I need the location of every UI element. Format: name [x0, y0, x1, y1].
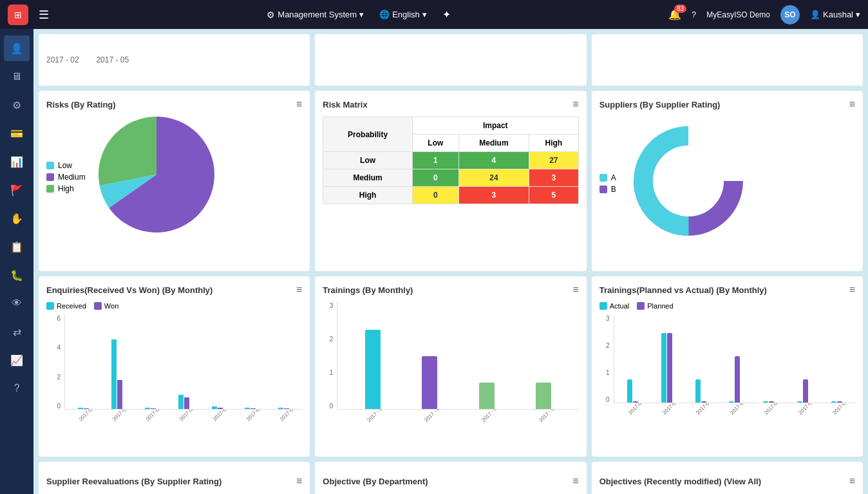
- cell-low-medium: 4: [458, 152, 529, 169]
- cell-low-high: 27: [529, 152, 579, 169]
- bar-received-5: [212, 406, 217, 409]
- demo-label: MyEasyISO Demo: [706, 10, 770, 19]
- trainings-bars: [337, 302, 578, 410]
- bar-group-t2: [408, 356, 452, 409]
- risk-matrix-menu[interactable]: ≡: [572, 99, 578, 110]
- tp-planned-5: [769, 401, 774, 403]
- sidebar-item-trend[interactable]: 📈: [4, 347, 30, 373]
- b-dot: [599, 185, 607, 193]
- tp-planned-3: [701, 401, 706, 403]
- sidebar-item-flag[interactable]: 🚩: [4, 177, 30, 203]
- cell-high-low: 0: [412, 187, 458, 204]
- sidebar-item-help[interactable]: ?: [4, 375, 30, 401]
- tp-actual-7: [831, 401, 836, 403]
- tp-actual-1: [627, 379, 632, 403]
- row-low: Low: [323, 152, 413, 169]
- tp-actual-6: [797, 401, 802, 403]
- user-menu[interactable]: 👤 Kaushal ▾: [810, 10, 860, 19]
- sidebar-item-hand[interactable]: ✋: [4, 205, 30, 231]
- a-dot: [599, 174, 607, 182]
- tp-actual-4: [729, 401, 734, 403]
- trainings-planned-menu[interactable]: ≡: [849, 284, 855, 296]
- trainings-y-labels: 0123: [323, 302, 334, 410]
- bar-group-t1: [350, 330, 395, 409]
- user-avatar[interactable]: SO: [780, 5, 800, 24]
- legend-planned: Planned: [637, 302, 673, 310]
- enquiries-x-labels: 2017-01 2017-02 2017-03 2017-04 2017-05 …: [64, 410, 302, 428]
- bar-received-6: [245, 408, 250, 409]
- suppliers-card-menu[interactable]: ≡: [849, 99, 855, 110]
- help-button[interactable]: ?: [692, 10, 696, 19]
- sidebar-item-user[interactable]: 👤: [4, 35, 30, 61]
- table-row: Medium 0 24 3: [323, 169, 578, 187]
- risks-card-body: Low Medium High: [46, 117, 302, 233]
- bar-won-1: [84, 408, 89, 409]
- table-row: High 0 3 5: [323, 187, 578, 204]
- enquiries-bars: [64, 315, 302, 410]
- connections-icon[interactable]: ✦: [442, 8, 451, 21]
- medium-dot: [46, 173, 54, 181]
- sidebar-item-arrows[interactable]: ⇄: [4, 319, 30, 345]
- bar-group-3: [135, 408, 166, 409]
- legend-item-a: A: [599, 173, 616, 182]
- management-system-menu[interactable]: ⚙ Management System ▾: [267, 10, 364, 20]
- sidebar-item-chart[interactable]: 📊: [4, 149, 30, 175]
- enquiries-menu[interactable]: ≡: [296, 284, 302, 296]
- svg-point-2: [653, 146, 724, 216]
- medium-label: Medium: [58, 173, 86, 182]
- tp-bars: [614, 315, 855, 403]
- menu-toggle[interactable]: ☰: [39, 8, 49, 22]
- legend-item-high: High: [46, 184, 86, 193]
- bottom-card-2-menu[interactable]: ≡: [572, 475, 578, 487]
- impact-header: Impact: [412, 117, 578, 135]
- tp-group-4: [719, 356, 751, 403]
- cell-low-low: 1: [412, 152, 458, 169]
- tp-y-labels: 0123: [599, 315, 611, 403]
- sidebar-item-bug[interactable]: 🐛: [4, 262, 30, 288]
- low-dot: [46, 162, 54, 169]
- bottom-card-3-menu[interactable]: ≡: [849, 475, 855, 487]
- low-label: Low: [58, 161, 72, 170]
- cell-medium-medium: 24: [458, 169, 529, 187]
- col-high: High: [529, 135, 579, 152]
- bar-won-4: [184, 397, 189, 409]
- suppliers-body: A B: [599, 117, 855, 245]
- risks-pie-chart: [99, 117, 214, 233]
- bar-group-5: [202, 406, 233, 409]
- suppliers-card-title: Suppliers (By Supplier Rating): [599, 100, 721, 109]
- bar-received-3: [145, 408, 150, 409]
- high-dot: [46, 185, 54, 193]
- trainings-planned-title: Trainings(Planned vs Actual) (By Monthly…: [599, 285, 767, 295]
- sidebar-item-eye[interactable]: 👁: [4, 290, 30, 316]
- bottom-card-1-menu[interactable]: ≡: [296, 475, 302, 487]
- sidebar-item-card[interactable]: 💳: [4, 120, 30, 146]
- tp-x-labels: 2017-01 2017-02 2017-03 2017-04 2017-05 …: [614, 403, 855, 421]
- dashboard-grid-row2: Enquiries(Received Vs Won) (By Monthly) …: [39, 276, 863, 457]
- won-label: Won: [104, 302, 118, 310]
- enquiries-title: Enquiries(Received Vs Won) (By Monthly): [46, 285, 212, 295]
- enquiries-card: Enquiries(Received Vs Won) (By Monthly) …: [39, 276, 310, 457]
- logo[interactable]: ⊞: [8, 5, 28, 25]
- language-menu[interactable]: 🌐 English ▾: [379, 10, 427, 19]
- notifications[interactable]: 🔔 83: [668, 8, 681, 21]
- bar-t3-green: [479, 383, 495, 409]
- trainings-planned-legend: Actual Planned: [599, 302, 855, 310]
- sidebar-item-clipboard[interactable]: 📋: [4, 234, 30, 260]
- sidebar: 👤 🖥 ⚙ 💳 📊 🚩 ✋ 📋 🐛 👁 ⇄ 📈 ?: [0, 29, 33, 494]
- tp-actual-2: [661, 333, 666, 403]
- risks-legend: Low Medium High: [46, 161, 86, 193]
- sidebar-item-tools[interactable]: ⚙: [4, 92, 30, 118]
- legend-received: Received: [46, 302, 86, 310]
- tp-group-6: [786, 379, 818, 403]
- bar-won-7: [284, 408, 289, 409]
- high-label: High: [58, 184, 74, 193]
- bar-group-1: [68, 408, 99, 409]
- trainings-card: Trainings (By Monthly) ≡ 0123: [315, 276, 586, 457]
- risk-matrix-header: Risk Matrix ≡: [323, 99, 578, 110]
- received-label: Received: [57, 302, 86, 310]
- sidebar-item-monitor[interactable]: 🖥: [4, 64, 30, 90]
- risks-card-menu[interactable]: ≡: [296, 99, 302, 110]
- bottom-strip: Supplier Reevaluations (By Supplier Rati…: [39, 462, 863, 494]
- trainings-menu[interactable]: ≡: [572, 284, 578, 296]
- legend-won: Won: [94, 302, 118, 310]
